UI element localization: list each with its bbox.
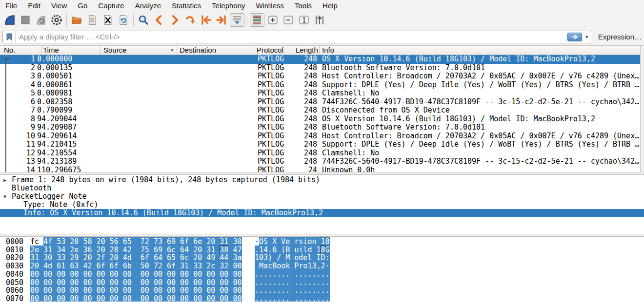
- menu-wireless[interactable]: Wireless: [251, 0, 290, 12]
- menu-analyze[interactable]: Analyze: [130, 0, 166, 12]
- hex-bytes[interactable]: 00 00 00 00 00 00 00 00 00 00 00 00 00 0…: [30, 270, 242, 278]
- cell-time: 0.000000: [37, 55, 101, 64]
- packet-row-2[interactable]: 20.000135PKTLOG248Bluetooth Software Ver…: [0, 64, 640, 73]
- stop-capture-button[interactable]: [18, 13, 33, 27]
- find-packet-button[interactable]: [136, 13, 151, 27]
- open-file-button[interactable]: [69, 13, 84, 27]
- column-header-no[interactable]: No.: [4, 46, 15, 55]
- detail-bluetooth[interactable]: Bluetooth: [0, 184, 644, 192]
- restart-capture-button[interactable]: [34, 13, 48, 27]
- hex-bytes[interactable]: 20 4d 61 63 42 6f 6f 6b 50 72 6f 31 33 2…: [30, 262, 242, 270]
- column-header-destination[interactable]: Destination: [180, 46, 216, 55]
- reload-file-button[interactable]: [116, 13, 131, 27]
- hex-ascii[interactable]: ........ ........: [255, 286, 330, 294]
- packet-row-8[interactable]: 894.209044PKTLOG248OS X Version 10.14.6 …: [0, 115, 640, 124]
- packet-row-9[interactable]: 994.209087PKTLOG248Bluetooth Software Ve…: [0, 123, 640, 132]
- hex-offset: 0050: [6, 279, 23, 286]
- hex-row-0020: 002031 30 33 29 20 2f 20 4d 6f 64 65 6c …: [0, 254, 644, 262]
- resize-columns-button[interactable]: [312, 13, 327, 27]
- packet-row-1[interactable]: 10.000000PKTLOG248OS X Version 10.14.6 (…: [0, 55, 640, 64]
- save-file-icon: [86, 14, 98, 26]
- hex-ascii[interactable]: ........ ........: [255, 295, 330, 302]
- cell-length: 248: [293, 123, 317, 132]
- zoom-in-button[interactable]: [265, 13, 280, 27]
- close-file-icon: [102, 14, 114, 26]
- hex-ascii[interactable]: ........ ........: [255, 270, 330, 278]
- detail-frame[interactable]: ▶Frame 1: 248 bytes on wire (1984 bits),…: [0, 176, 644, 184]
- menu-file[interactable]: File: [0, 0, 22, 12]
- column-separator[interactable]: [41, 46, 41, 55]
- cell-length: 24: [293, 166, 317, 172]
- packet-row-13[interactable]: 1394.213189PKTLOG248744F326C-5640-4917-B…: [0, 157, 640, 166]
- packet-row-5[interactable]: 50.000981PKTLOG248Clamshell: No: [0, 89, 640, 98]
- cell-info: Clamshell: No: [322, 149, 640, 158]
- detail-packetlogger-note[interactable]: ▼PacketLogger Note: [0, 192, 644, 201]
- menu-go[interactable]: Go: [72, 0, 93, 12]
- auto-scroll-button[interactable]: [230, 13, 244, 27]
- hex-bytes[interactable]: 00 00 00 00 00 00 00 00 00 00 00 00 00 0…: [30, 295, 242, 302]
- column-separator[interactable]: [293, 46, 293, 55]
- hex-ascii[interactable]: .14.6 (B uild 18G: [255, 246, 330, 254]
- close-file-button[interactable]: [101, 13, 115, 27]
- menu-statistics[interactable]: Statistics: [166, 0, 206, 12]
- hex-bytes[interactable]: 31 30 33 29 20 2f 20 4d 6f 64 65 6c 20 4…: [30, 254, 242, 262]
- hex-bytes[interactable]: 2e 31 34 2e 36 20 28 42 75 69 6c 64 20 3…: [30, 246, 242, 254]
- vertical-scrollbar[interactable]: [640, 46, 644, 172]
- start-capture-button[interactable]: [2, 13, 17, 27]
- hex-ascii[interactable]: 103) / M odel ID:: [255, 254, 330, 262]
- go-forward-button[interactable]: [167, 13, 182, 27]
- apply-filter-button[interactable]: [567, 33, 582, 41]
- hex-bytes[interactable]: fc 4f 53 20 58 20 56 65 72 73 69 6f 6e 2…: [30, 238, 242, 245]
- detail-info[interactable]: Info: OS X Version 10.14.6 (Build 18G103…: [0, 209, 644, 217]
- save-file-button[interactable]: [85, 13, 100, 27]
- menu-tools[interactable]: Tools: [289, 0, 317, 12]
- menu-capture[interactable]: Capture: [93, 0, 129, 12]
- cell-info: OS X Version 10.14.6 (Build 18G103) / Mo…: [322, 115, 640, 124]
- go-back-button[interactable]: [152, 13, 166, 27]
- source-column-dropdown-icon[interactable]: ▼: [170, 48, 174, 53]
- filter-bookmark-button[interactable]: [3, 31, 16, 43]
- go-to-packet-button[interactable]: [183, 13, 198, 27]
- packet-row-7[interactable]: 70.790099PKTLOG248Disconnected from OS X…: [0, 106, 640, 115]
- zoom-out-button[interactable]: [281, 13, 296, 27]
- column-separator[interactable]: [177, 46, 177, 55]
- cell-time: 94.209087: [37, 123, 101, 132]
- filter-dropdown-button[interactable]: ▼: [583, 32, 591, 42]
- packet-row-10[interactable]: 1094.209614PKTLOG248Host Controller: Bro…: [0, 132, 640, 141]
- hex-ascii[interactable]: ........ ........: [255, 279, 330, 286]
- collapsed-expander-icon[interactable]: ▶: [3, 176, 6, 184]
- packet-row-11[interactable]: 1194.210415PKTLOG248Support: DPLE (Yes) …: [0, 140, 640, 149]
- column-header-time[interactable]: Time: [43, 46, 59, 55]
- packet-row-12[interactable]: 1294.210554PKTLOG248Clamshell: No: [0, 149, 640, 158]
- menu-bar: FileEditViewGoCaptureAnalyzeStatisticsTe…: [0, 0, 644, 12]
- column-header-source[interactable]: Source: [103, 46, 127, 55]
- packet-row-3[interactable]: 30.000501PKTLOG248Host Controller: Broad…: [0, 72, 640, 81]
- cell-time: 0.000981: [37, 89, 101, 98]
- menu-edit[interactable]: Edit: [22, 0, 46, 12]
- detail-type[interactable]: Type: Note (0xfc): [0, 201, 644, 209]
- packet-row-4[interactable]: 40.000861PKTLOG248Support: DPLE (Yes) / …: [0, 81, 640, 90]
- packet-row-6[interactable]: 60.002358PKTLOG248744F326C-5640-4917-BD1…: [0, 98, 640, 107]
- column-separator[interactable]: [319, 46, 320, 55]
- column-separator[interactable]: [101, 46, 101, 55]
- hex-bytes[interactable]: 00 00 00 00 00 00 00 00 00 00 00 00 00 0…: [30, 286, 242, 294]
- column-header-protocol[interactable]: Protocol: [257, 46, 283, 55]
- menu-help[interactable]: Help: [317, 0, 343, 12]
- menu-view[interactable]: View: [46, 0, 72, 12]
- colorize-button[interactable]: [250, 13, 264, 27]
- column-header-length[interactable]: Length: [296, 46, 318, 55]
- go-first-button[interactable]: [199, 13, 213, 27]
- restart-capture-icon: [35, 14, 47, 26]
- column-header-info[interactable]: Info: [322, 46, 334, 55]
- expanded-expander-icon[interactable]: ▼: [3, 192, 6, 201]
- hex-ascii[interactable]: MacBook Pro13,2·: [255, 262, 330, 270]
- capture-options-button[interactable]: [49, 13, 64, 27]
- hex-ascii[interactable]: ·OS X Ve rsion 10: [255, 238, 330, 245]
- expression-button[interactable]: Expression…: [598, 33, 642, 41]
- column-separator[interactable]: [254, 46, 254, 55]
- hex-bytes[interactable]: 00 00 00 00 00 00 00 00 00 00 00 00 00 0…: [30, 279, 242, 286]
- go-last-button[interactable]: [214, 13, 229, 27]
- menu-telephony[interactable]: Telephony: [206, 0, 250, 12]
- zoom-normal-button[interactable]: [297, 13, 311, 27]
- display-filter-input[interactable]: [16, 32, 567, 42]
